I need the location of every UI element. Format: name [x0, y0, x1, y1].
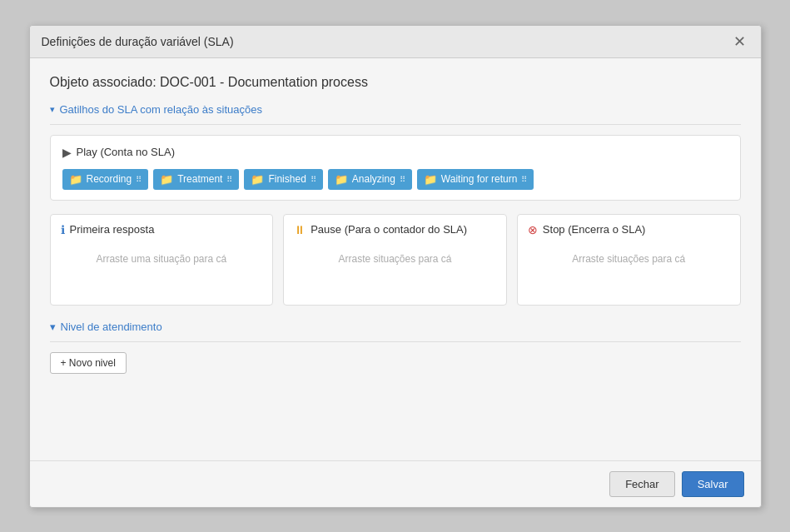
- pause-box: ⏸ Pause (Para o contador do SLA) Arraste…: [283, 214, 507, 306]
- dialog-body: Objeto associado: DOC-001 - Documentatio…: [30, 58, 761, 460]
- play-box: ▶ Play (Conta no SLA) 📁 Recording ⠿ 📁 Tr…: [50, 135, 741, 201]
- tag-finished-label: Finished: [268, 173, 306, 185]
- folder-icon-finished: 📁: [251, 173, 264, 186]
- play-label: Play (Conta no SLA): [77, 146, 176, 158]
- triggers-section-header[interactable]: ▾ Gatilhos do SLA com relação às situaçõ…: [50, 103, 741, 116]
- pause-header: ⏸ Pause (Para o contador do SLA): [294, 223, 496, 236]
- pause-label: Pause (Para o contador do SLA): [311, 223, 467, 236]
- pause-hint: Arraste situações para cá: [294, 253, 496, 265]
- nivel-header[interactable]: ▾ Nivel de atendimento: [50, 321, 741, 333]
- salvar-button[interactable]: Salvar: [682, 471, 744, 497]
- nivel-toggle: ▾: [50, 321, 56, 333]
- play-header: ▶ Play (Conta no SLA): [62, 146, 728, 159]
- fechar-button[interactable]: Fechar: [609, 471, 674, 497]
- novo-nivel-label: + Novo nivel: [61, 357, 116, 369]
- close-button[interactable]: ✕: [730, 34, 749, 49]
- stop-icon: ⊗: [528, 223, 538, 236]
- dialog-footer: Fechar Salvar: [30, 460, 761, 507]
- stop-header: ⊗ Stop (Encerra o SLA): [528, 223, 730, 236]
- triggers-divider: [50, 124, 741, 125]
- main-dialog: Definições de duração variável (SLA) ✕ O…: [29, 25, 762, 508]
- nivel-label: Nivel de atendimento: [61, 321, 162, 333]
- pause-icon: ⏸: [294, 223, 306, 236]
- tag-waiting-label: Waiting for return: [441, 173, 518, 185]
- triggers-label: Gatilhos do SLA com relação às situações: [60, 103, 263, 116]
- tag-treatment-label: Treatment: [177, 173, 222, 185]
- primeira-resposta-hint: Arraste uma situação para cá: [61, 253, 263, 265]
- dialog-header: Definições de duração variável (SLA) ✕: [30, 26, 761, 58]
- novo-nivel-button[interactable]: + Novo nivel: [50, 352, 127, 374]
- tag-recording-label: Recording: [87, 173, 132, 185]
- drag-dots-finished: ⠿: [311, 175, 316, 184]
- dialog-title: Definições de duração variável (SLA): [42, 35, 234, 48]
- primeira-resposta-header: ℹ Primeira resposta: [61, 223, 263, 236]
- tag-recording[interactable]: 📁 Recording ⠿: [62, 169, 149, 190]
- drag-dots-recording: ⠿: [136, 175, 142, 184]
- folder-icon-waiting: 📁: [424, 173, 437, 186]
- tag-analyzing[interactable]: 📁 Analyzing ⠿: [328, 169, 412, 190]
- tag-analyzing-label: Analyzing: [352, 173, 395, 185]
- nivel-section: ▾ Nivel de atendimento + Novo nivel: [50, 321, 741, 374]
- tag-waiting[interactable]: 📁 Waiting for return ⠿: [417, 169, 534, 190]
- stop-label: Stop (Encerra o SLA): [543, 223, 646, 236]
- folder-icon-analyzing: 📁: [335, 173, 348, 186]
- stop-hint: Arraste situações para cá: [528, 253, 730, 265]
- drag-dots-treatment: ⠿: [226, 175, 232, 184]
- folder-icon-treatment: 📁: [160, 173, 173, 186]
- nivel-divider: [50, 341, 741, 342]
- lower-boxes: ℹ Primeira resposta Arraste uma situação…: [50, 214, 741, 306]
- drag-dots-analyzing: ⠿: [400, 175, 405, 184]
- primeira-resposta-label: Primeira resposta: [70, 223, 155, 236]
- primeira-resposta-box: ℹ Primeira resposta Arraste uma situação…: [50, 214, 274, 306]
- drag-dots-waiting: ⠿: [521, 175, 527, 184]
- object-title: Objeto associado: DOC-001 - Documentatio…: [50, 75, 741, 90]
- tags-row: 📁 Recording ⠿ 📁 Treatment ⠿ 📁 Finished ⠿…: [62, 169, 728, 190]
- triggers-toggle: ▾: [50, 104, 55, 115]
- stop-box: ⊗ Stop (Encerra o SLA) Arraste situações…: [517, 214, 741, 306]
- info-icon: ℹ: [61, 223, 65, 236]
- play-icon: ▶: [62, 146, 72, 159]
- tag-finished[interactable]: 📁 Finished ⠿: [244, 169, 322, 190]
- folder-icon-recording: 📁: [69, 173, 82, 186]
- tag-treatment[interactable]: 📁 Treatment ⠿: [153, 169, 239, 190]
